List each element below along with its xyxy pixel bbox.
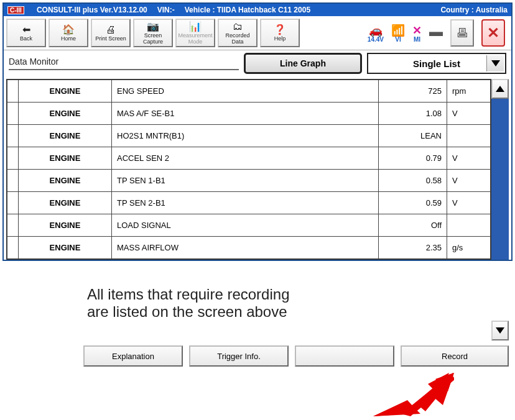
measurement-icon: 📊 bbox=[189, 21, 202, 33]
footer-blank bbox=[295, 345, 394, 367]
cell-value: 0.59 bbox=[379, 192, 447, 214]
country: Country : Australia bbox=[440, 6, 508, 14]
row-handle bbox=[7, 80, 19, 103]
toolbar: ⬅ Back 🏠 Home 🖨 Print Screen 📷 Screen Ca… bbox=[4, 16, 511, 50]
row-handle bbox=[7, 103, 19, 125]
car-icon: 🚗 bbox=[368, 24, 384, 36]
chevron-down-icon bbox=[491, 60, 500, 66]
table-row[interactable]: ENGINELOAD SIGNALOff bbox=[7, 214, 491, 237]
printer-button[interactable]: 🖶 bbox=[450, 19, 474, 47]
list-mode-dropdown[interactable]: Single List bbox=[367, 53, 506, 74]
scroll-down-button[interactable] bbox=[491, 321, 509, 340]
app-name: CONSULT-III plus Ver.V13.12.00 bbox=[37, 6, 147, 14]
cell-value: Off bbox=[379, 214, 447, 237]
annotation-line2: are listed on the screen above bbox=[87, 303, 289, 321]
cell-system: ENGINE bbox=[19, 80, 112, 103]
measure-label: Measurement Mode bbox=[177, 33, 214, 45]
scroll-column bbox=[491, 79, 509, 260]
voltage-status: 🚗 14.4V bbox=[368, 24, 384, 43]
table-row[interactable]: ENGINEACCEL SEN 20.79V bbox=[7, 147, 491, 170]
cell-param: HO2S1 MNTR(B1) bbox=[112, 125, 379, 147]
cell-system: ENGINE bbox=[19, 103, 112, 125]
record-button[interactable]: Record bbox=[401, 345, 509, 367]
cell-value: 1.08 bbox=[379, 103, 447, 125]
svg-marker-1 bbox=[496, 86, 504, 92]
signal-icon: 📶 bbox=[391, 24, 405, 36]
scroll-up-button[interactable] bbox=[491, 79, 509, 99]
cell-unit: V bbox=[447, 147, 491, 170]
print-label: Print Screen bbox=[95, 36, 126, 42]
battery-status: ▬ bbox=[429, 24, 443, 43]
close-button[interactable]: ✕ bbox=[481, 19, 505, 47]
printer-icon: 🖶 bbox=[456, 26, 468, 40]
cell-system: ENGINE bbox=[19, 192, 112, 214]
annotation-line1: All items that require recording bbox=[87, 286, 289, 303]
line-graph-button[interactable]: Line Graph bbox=[244, 53, 362, 74]
recorded-data-button[interactable]: 🗂 Recorded Data bbox=[218, 19, 258, 47]
cell-unit bbox=[447, 125, 491, 147]
cell-value: LEAN bbox=[379, 125, 447, 147]
cell-unit: V bbox=[447, 170, 491, 192]
cell-system: ENGINE bbox=[19, 214, 112, 237]
cell-unit: rpm bbox=[447, 80, 491, 103]
capture-label: Screen Capture bbox=[134, 33, 172, 45]
print-screen-button[interactable]: 🖨 Print Screen bbox=[91, 19, 131, 47]
row-handle bbox=[7, 170, 19, 192]
trigger-info-button[interactable]: Trigger Info. bbox=[189, 345, 289, 367]
screen-capture-button[interactable]: 📷 Screen Capture bbox=[133, 19, 173, 47]
page-title: Data Monitor bbox=[9, 57, 239, 70]
battery-icon: ▬ bbox=[429, 24, 443, 36]
voltage-label: 14.4V bbox=[368, 36, 384, 43]
dropdown-caret[interactable] bbox=[486, 55, 504, 71]
recorded-label: Recorded Data bbox=[219, 33, 256, 45]
row-handle bbox=[7, 125, 19, 147]
cell-system: ENGINE bbox=[19, 237, 112, 259]
table-row[interactable]: ENGINEENG SPEED725rpm bbox=[7, 80, 491, 103]
cell-value: 2.35 bbox=[379, 237, 447, 259]
table-row[interactable]: ENGINETP SEN 2-B10.59V bbox=[7, 192, 491, 214]
row-handle bbox=[7, 147, 19, 170]
cell-param: TP SEN 2-B1 bbox=[112, 192, 379, 214]
cell-unit bbox=[447, 214, 491, 237]
table-row[interactable]: ENGINEMAS A/F SE-B11.08V bbox=[7, 103, 491, 125]
home-button[interactable]: 🏠 Home bbox=[49, 19, 88, 47]
chevron-up-icon bbox=[496, 86, 504, 92]
footer: Explanation Trigger Info. Record bbox=[6, 345, 509, 367]
cell-value: 0.79 bbox=[379, 147, 447, 170]
table-row[interactable]: ENGINETP SEN 1-B10.58V bbox=[7, 170, 491, 192]
row-handle bbox=[7, 192, 19, 214]
table-row[interactable]: ENGINEHO2S1 MNTR(B1)LEAN bbox=[7, 125, 491, 147]
chevron-down-icon bbox=[496, 327, 504, 334]
vehicle: Vehicle : TIIDA Hatchback C11 2005 bbox=[185, 6, 310, 14]
content: ENGINEENG SPEED725rpmENGINEMAS A/F SE-B1… bbox=[4, 79, 511, 260]
scroll-track[interactable] bbox=[491, 99, 509, 260]
signal-status: 📶 VI bbox=[391, 24, 405, 43]
annotation-arrow-icon bbox=[373, 373, 454, 416]
app-badge: C-III bbox=[7, 6, 24, 14]
dropdown-label: Single List bbox=[413, 58, 460, 69]
home-label: Home bbox=[61, 36, 76, 42]
cell-unit: V bbox=[447, 192, 491, 214]
cell-unit: g/s bbox=[447, 237, 491, 259]
status-icons: 🚗 14.4V 📶 VI ✕ MI ▬ 🖶 ✕ bbox=[368, 19, 509, 47]
signal-label: VI bbox=[391, 36, 405, 43]
cell-value: 0.58 bbox=[379, 170, 447, 192]
help-button[interactable]: ❓ Help bbox=[260, 19, 300, 47]
data-table: ENGINEENG SPEED725rpmENGINEMAS A/F SE-B1… bbox=[6, 79, 491, 260]
help-icon: ❓ bbox=[274, 24, 286, 36]
back-button[interactable]: ⬅ Back bbox=[6, 19, 46, 47]
cell-param: ENG SPEED bbox=[112, 80, 379, 103]
cell-param: MASS AIRFLOW bbox=[112, 237, 379, 259]
vin: VIN:- bbox=[157, 6, 175, 14]
svg-marker-2 bbox=[496, 327, 504, 334]
cell-param: MAS A/F SE-B1 bbox=[112, 103, 379, 125]
cell-param: LOAD SIGNAL bbox=[112, 214, 379, 237]
home-icon: 🏠 bbox=[62, 24, 75, 36]
back-label: Back bbox=[20, 36, 32, 42]
cell-system: ENGINE bbox=[19, 147, 112, 170]
explanation-button[interactable]: Explanation bbox=[83, 345, 183, 367]
recorded-icon: 🗂 bbox=[233, 21, 243, 33]
mi-x-icon: ✕ bbox=[412, 24, 422, 36]
table-row[interactable]: ENGINEMASS AIRFLOW2.35g/s bbox=[7, 237, 491, 259]
row-handle bbox=[7, 237, 19, 259]
